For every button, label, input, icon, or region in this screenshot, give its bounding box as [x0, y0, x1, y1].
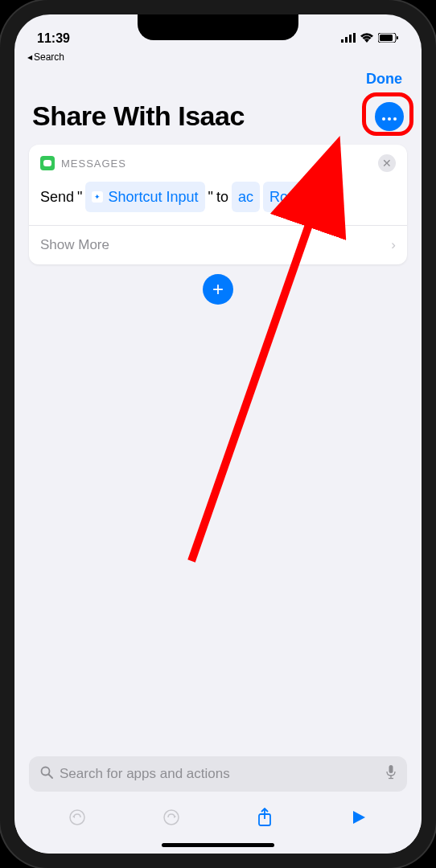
svg-point-7: [382, 117, 385, 121]
header-row: Done: [14, 63, 422, 94]
redo-button[interactable]: [160, 806, 183, 829]
back-label: Search: [34, 51, 64, 63]
recipient-token-part2[interactable]: Roosa: [263, 182, 318, 212]
phone-frame: 11:39 Search Done Share With Isaac: [0, 0, 436, 868]
back-to-app[interactable]: Search: [14, 51, 422, 63]
recipient-token-part1[interactable]: ac: [232, 182, 260, 212]
svg-line-13: [49, 775, 53, 779]
magic-variable-icon: ✦: [92, 191, 103, 203]
status-icons: [341, 31, 399, 46]
share-button[interactable]: [253, 806, 276, 829]
svg-marker-20: [174, 815, 176, 818]
plus-icon: +: [327, 186, 334, 209]
undo-button[interactable]: [66, 806, 88, 829]
status-time: 11:39: [37, 31, 70, 46]
svg-rect-14: [389, 765, 393, 773]
search-icon: [40, 766, 53, 782]
messages-app-icon: [40, 156, 55, 170]
quote-open: ": [77, 184, 82, 210]
run-button[interactable]: [348, 806, 370, 829]
title-row: Share With Isaac: [14, 94, 422, 145]
bottom-area: Search for apps and actions: [14, 748, 422, 854]
wifi-icon: [360, 31, 373, 46]
action-connector: to: [216, 184, 228, 210]
action-verb: Send: [40, 184, 74, 210]
svg-marker-23: [353, 811, 365, 824]
card-app-label: MESSAGES: [61, 158, 372, 170]
shortcut-input-token[interactable]: ✦ Shortcut Input: [85, 182, 204, 212]
svg-rect-2: [349, 35, 352, 43]
svg-rect-1: [345, 37, 348, 43]
card-close-button[interactable]: ✕: [378, 154, 396, 172]
more-button[interactable]: [375, 102, 404, 131]
close-icon: ✕: [382, 157, 392, 170]
page-title: Share With Isaac: [32, 100, 245, 132]
home-indicator[interactable]: [162, 843, 274, 847]
quote-close: ": [208, 184, 213, 210]
token-label: Shortcut Input: [108, 184, 198, 210]
show-more-row[interactable]: Show More ›: [29, 225, 407, 264]
svg-rect-6: [397, 36, 398, 39]
search-bar[interactable]: Search for apps and actions: [29, 756, 407, 792]
card-body: Send " ✦ Shortcut Input " to ac Roosa +: [29, 178, 407, 225]
chevron-right-icon: ›: [391, 237, 396, 253]
svg-point-8: [388, 117, 391, 121]
add-action-button[interactable]: +: [203, 274, 233, 305]
svg-rect-0: [341, 39, 343, 43]
done-button[interactable]: Done: [366, 71, 402, 88]
ellipsis-icon: [382, 109, 397, 124]
action-card: MESSAGES ✕ Send " ✦ Shortcut Input " to …: [29, 145, 407, 264]
svg-rect-5: [380, 35, 393, 41]
svg-rect-3: [353, 33, 356, 43]
svg-point-19: [164, 810, 179, 825]
plus-icon: +: [212, 278, 224, 301]
svg-point-17: [70, 810, 84, 825]
cellular-icon: [341, 31, 356, 46]
screen: 11:39 Search Done Share With Isaac: [14, 14, 422, 854]
show-more-label: Show More: [40, 237, 109, 253]
search-placeholder: Search for apps and actions: [60, 766, 380, 782]
mic-icon[interactable]: [386, 765, 396, 783]
notch: [138, 14, 298, 40]
toolbar: [14, 800, 422, 840]
battery-icon: [378, 31, 399, 46]
svg-marker-18: [72, 815, 75, 818]
svg-point-9: [393, 117, 397, 121]
card-header: MESSAGES ✕: [29, 145, 407, 178]
add-recipient-button[interactable]: +: [321, 187, 340, 207]
